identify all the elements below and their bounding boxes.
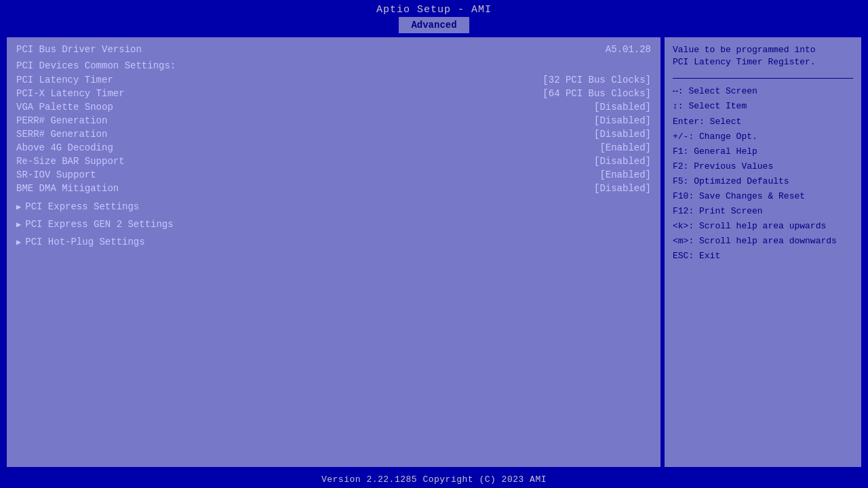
setting-row[interactable]: SR-IOV Support[Enabled] [16,169,651,181]
submenu-arrow-icon: ▶ [16,220,21,230]
tab-advanced[interactable]: Advanced [399,17,469,33]
help-description: Value to be programmed into PCI Latency … [673,44,853,68]
driver-version-value: A5.01.28 [606,44,651,55]
setting-value: [Disabled] [594,115,651,126]
setting-value: [64 PCI Bus Clocks] [542,88,651,99]
help-divider [673,78,853,79]
help-line1: Value to be programmed into [673,45,816,55]
settings-list: PCI Latency Timer[32 PCI Bus Clocks]PCI-… [16,74,651,195]
help-key-line: Enter: Select [673,115,853,129]
submenu-label: PCI Hot-Plug Settings [25,237,144,247]
setting-label: VGA Palette Snoop [16,102,113,113]
setting-value: [Disabled] [594,102,651,113]
setting-label: PERR# Generation [16,115,107,126]
window-title: Aptio Setup - AMI [376,4,492,16]
setting-value: [Disabled] [594,156,651,167]
driver-version-label: PCI Bus Driver Version [16,44,142,55]
help-key-line: +/-: Change Opt. [673,129,853,144]
setting-label: PCI-X Latency Timer [16,88,125,99]
submenu-row[interactable]: ▶PCI Express Settings [16,201,651,212]
submenu-row[interactable]: ▶PCI Express GEN 2 Settings [16,219,651,230]
setting-label: BME DMA Mitigation [16,183,119,194]
section-header: PCI Devices Common Settings: [16,60,651,71]
setting-label: Above 4G Decoding [16,142,113,153]
help-line2: PCI Latency Timer Register. [673,57,816,67]
setting-row[interactable]: BME DMA Mitigation[Disabled] [16,182,651,195]
setting-row[interactable]: Above 4G Decoding[Enabled] [16,142,651,154]
help-key-line: F10: Save Changes & Reset [673,189,853,204]
setting-row[interactable]: PCI-X Latency Timer[64 PCI Bus Clocks] [16,87,651,100]
footer-text: Version 2.22.1285 Copyright (C) 2023 AMI [321,474,547,485]
help-key-line: <k>: Scroll help area upwards [673,219,853,234]
help-key-line: ↔: Select Screen [673,84,853,99]
submenu-label: PCI Express Settings [25,201,139,212]
setting-row[interactable]: PCI Latency Timer[32 PCI Bus Clocks] [16,74,651,86]
setting-value: [Disabled] [594,129,651,140]
submenu-label: PCI Express GEN 2 Settings [25,219,173,230]
setting-value: [32 PCI Bus Clocks] [542,75,651,85]
help-key-line: ↕: Select Item [673,99,853,114]
help-key-line: <m>: Scroll help area downwards [673,234,853,249]
submenus-list: ▶PCI Express Settings▶PCI Express GEN 2 … [16,201,651,247]
setting-row[interactable]: SERR# Generation[Disabled] [16,128,651,140]
help-key-line: F2: Previous Values [673,159,853,174]
help-key-line: ESC: Exit [673,249,853,264]
setting-label: SERR# Generation [16,129,107,140]
setting-label: SR-IOV Support [16,169,96,180]
setting-value: [Disabled] [594,183,651,194]
setting-label: Re-Size BAR Support [16,156,125,167]
setting-label: PCI Latency Timer [16,75,113,85]
submenu-arrow-icon: ▶ [16,237,21,247]
setting-row[interactable]: PERR# Generation[Disabled] [16,115,651,127]
help-key-line: F1: General Help [673,144,853,159]
help-key-line: F12: Print Screen [673,204,853,219]
submenu-arrow-icon: ▶ [16,202,21,212]
setting-row[interactable]: VGA Palette Snoop[Disabled] [16,101,651,113]
setting-value: [Enabled] [599,142,651,153]
setting-row[interactable]: Re-Size BAR Support[Disabled] [16,155,651,167]
help-key-line: F5: Optimized Defaults [673,174,853,189]
setting-value: [Enabled] [599,169,651,180]
submenu-row[interactable]: ▶PCI Hot-Plug Settings [16,237,651,247]
driver-version-row: PCI Bus Driver Version A5.01.28 [16,44,651,55]
help-keys: ↔: Select Screen↕: Select ItemEnter: Sel… [673,84,853,264]
